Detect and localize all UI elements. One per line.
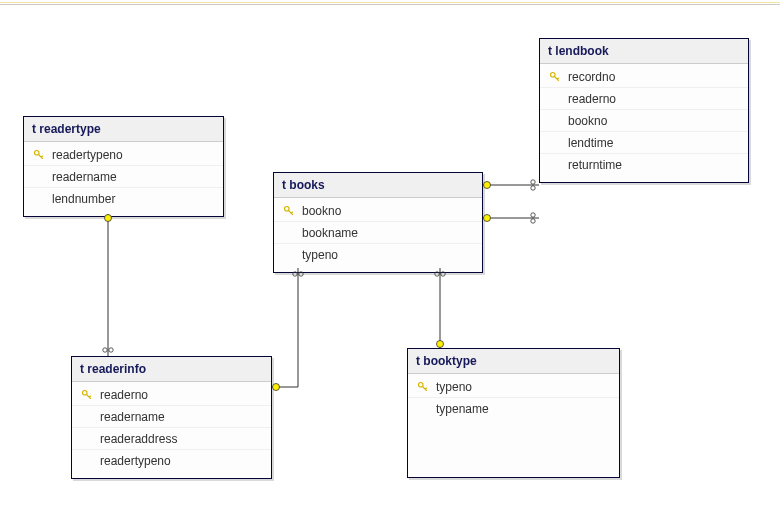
window-top-border xyxy=(0,2,780,3)
entity-readerinfo[interactable]: t readerinfo readerno readername readera… xyxy=(71,356,272,479)
entity-columns: recordno readerno bookno lendtime return… xyxy=(540,64,748,182)
column-name: bookname xyxy=(298,226,474,240)
column-name: readerno xyxy=(96,388,263,402)
entity-readertype[interactable]: t readertype readertypeno readername len… xyxy=(23,116,224,217)
column-name: readertypeno xyxy=(96,454,263,468)
column-name: readertypeno xyxy=(48,148,215,162)
column-name: returntime xyxy=(564,158,740,172)
column-name: recordno xyxy=(564,70,740,84)
column-row[interactable]: readertypeno xyxy=(72,450,271,472)
column-name: bookno xyxy=(564,114,740,128)
column-row[interactable]: bookname xyxy=(274,222,482,244)
column-name: bookno xyxy=(298,204,474,218)
entity-columns: bookno bookname typeno xyxy=(274,198,482,272)
column-name: lendnumber xyxy=(48,192,215,206)
svg-line-11 xyxy=(89,395,91,397)
column-name: typeno xyxy=(298,248,474,262)
column-row[interactable]: lendnumber xyxy=(24,188,223,210)
column-row[interactable]: readeraddress xyxy=(72,428,271,450)
column-name: readername xyxy=(48,170,215,184)
entity-columns: typeno typename xyxy=(408,374,619,477)
column-row[interactable]: readerno xyxy=(540,88,748,110)
entity-books[interactable]: t books bookno bookname typeno xyxy=(273,172,483,273)
svg-line-5 xyxy=(291,211,293,213)
column-row[interactable]: typename xyxy=(408,398,619,420)
column-name: readeraddress xyxy=(96,432,263,446)
column-name: readerno xyxy=(564,92,740,106)
entity-title[interactable]: t readerinfo xyxy=(72,357,271,382)
column-row[interactable]: readername xyxy=(24,166,223,188)
entity-booktype[interactable]: t booktype typeno typename xyxy=(407,348,620,478)
pk-key-icon xyxy=(78,389,96,401)
entity-columns: readerno readername readeraddress reader… xyxy=(72,382,271,478)
column-row[interactable]: typeno xyxy=(408,376,619,398)
column-row[interactable]: readertypeno xyxy=(24,144,223,166)
column-name: lendtime xyxy=(564,136,740,150)
entity-title[interactable]: t readertype xyxy=(24,117,223,142)
column-row[interactable]: bookno xyxy=(274,200,482,222)
pk-key-icon xyxy=(546,71,564,83)
column-row[interactable]: typeno xyxy=(274,244,482,266)
window-top-border2 xyxy=(0,4,780,5)
column-row[interactable]: lendtime xyxy=(540,132,748,154)
column-row[interactable]: returntime xyxy=(540,154,748,176)
column-row[interactable]: readerno xyxy=(72,384,271,406)
column-name: typeno xyxy=(432,380,611,394)
column-name: typename xyxy=(432,402,611,416)
svg-line-8 xyxy=(557,77,559,79)
svg-line-14 xyxy=(425,387,427,389)
entity-title[interactable]: t books xyxy=(274,173,482,198)
pk-key-icon xyxy=(280,205,298,217)
pk-key-icon xyxy=(414,381,432,393)
column-row[interactable]: recordno xyxy=(540,66,748,88)
entity-columns: readertypeno readername lendnumber xyxy=(24,142,223,216)
column-name: readername xyxy=(96,410,263,424)
entity-lendbook[interactable]: t lendbook recordno readerno bookno lend… xyxy=(539,38,749,183)
entity-title[interactable]: t booktype xyxy=(408,349,619,374)
column-row[interactable]: bookno xyxy=(540,110,748,132)
svg-line-2 xyxy=(41,155,43,157)
column-row[interactable]: readername xyxy=(72,406,271,428)
entity-title[interactable]: t lendbook xyxy=(540,39,748,64)
pk-key-icon xyxy=(30,149,48,161)
